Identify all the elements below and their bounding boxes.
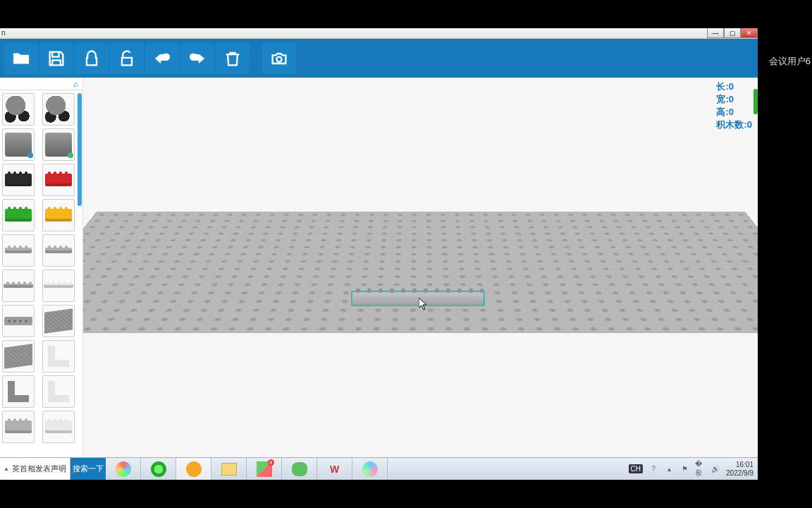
length-value: 0 [729, 81, 734, 92]
taskbar-app-meeting[interactable] [352, 458, 388, 480]
sidebar: ⌕ [0, 78, 83, 480]
camera-button[interactable] [262, 43, 296, 74]
taskbar-app-wechat[interactable] [282, 458, 317, 480]
taskbar-news-text: 英首相发表声明 [12, 464, 66, 474]
taskbar-app-wps[interactable]: W [317, 458, 352, 480]
tray-time: 16:01 [726, 461, 753, 469]
search-icon: ⌕ [73, 79, 78, 89]
robot-thumb [45, 96, 72, 123]
tray-volume-icon[interactable]: 🔊 [710, 464, 720, 474]
folder-icon [221, 463, 237, 476]
palette-item-17[interactable] [42, 375, 75, 408]
taskbar: ▲ 英首相发表声明 搜索一下 8 W CH ? ▴ ⚑ �황 🔊 16:01 2… [0, 457, 758, 480]
palette-search[interactable]: ⌕ [0, 78, 82, 90]
palette-item-19[interactable] [42, 411, 75, 443]
camera-icon [269, 49, 289, 68]
scratch-icon [186, 461, 202, 477]
palette-item-5[interactable] [42, 164, 75, 196]
brick-thumb [5, 174, 32, 186]
taskbar-app-scratch[interactable] [176, 458, 211, 480]
palette-item-13[interactable] [42, 305, 75, 337]
content-area: ⌕ ◂ 长:0 宽:0 高:0 积木数:0 Y [0, 78, 758, 480]
tray-lang[interactable]: CH [629, 464, 643, 473]
taskbar-app-browser2[interactable] [141, 458, 176, 480]
taskbar-app-browser1[interactable] [106, 458, 141, 480]
length-label: 长 [716, 81, 725, 92]
unlock-icon [117, 49, 137, 68]
minimize-button[interactable]: — [707, 28, 724, 38]
palette-item-7[interactable] [42, 199, 75, 231]
close-button[interactable]: ✕ [741, 28, 758, 38]
robot-thumb [5, 96, 32, 123]
palette-item-11[interactable] [42, 270, 75, 302]
selected-brick[interactable] [351, 291, 485, 306]
app-window: n — ▢ ✕ [0, 28, 758, 480]
count-value: 0 [747, 119, 752, 130]
unlock-button[interactable] [110, 43, 144, 74]
taskbar-app-security[interactable]: 8 [247, 458, 282, 480]
palette-item-18[interactable] [2, 411, 35, 443]
L-thumb [48, 346, 69, 367]
baseplate[interactable] [97, 212, 745, 437]
tray-clock[interactable]: 16:01 2022/9/9 [726, 461, 753, 478]
browser2-icon [151, 461, 166, 477]
palette-item-2[interactable] [2, 128, 35, 161]
palette-item-9[interactable] [42, 234, 75, 267]
brick-thumb [44, 284, 73, 288]
title-text: n [1, 29, 6, 37]
L-thumb [48, 381, 69, 402]
tray-date: 2022/9/9 [726, 469, 753, 478]
palette-scrollbar[interactable] [78, 93, 82, 206]
palette-item-8[interactable] [2, 234, 35, 267]
taskbar-app-explorer[interactable] [211, 458, 247, 480]
save-button[interactable] [39, 43, 73, 74]
palette-item-4[interactable] [2, 164, 35, 196]
lock-icon [82, 49, 102, 68]
right-black-panel: 会议用户6 [758, 28, 812, 480]
taskbar-search-text: 搜索一下 [73, 464, 104, 474]
plate-thumb [4, 344, 32, 369]
palette-item-3[interactable] [42, 128, 75, 161]
palette-item-0[interactable] [2, 93, 35, 126]
folder-icon [11, 49, 31, 68]
taskbar-news[interactable]: ▲ 英首相发表声明 [0, 458, 70, 480]
palette-item-16[interactable] [2, 375, 35, 408]
canvas[interactable]: 长:0 宽:0 高:0 积木数:0 Y [83, 78, 758, 480]
undo-button[interactable] [145, 43, 179, 74]
brick-thumb [4, 284, 33, 288]
meeting-user-label: 会议用户6 [769, 55, 811, 68]
tray-flag-icon[interactable]: ⚑ [679, 464, 689, 474]
tray-network-icon[interactable]: �황 [695, 464, 705, 474]
width-label: 宽 [716, 94, 725, 104]
palette-item-15[interactable] [42, 340, 75, 373]
motor-thumb [45, 133, 72, 157]
taskbar-search-button[interactable]: 搜索一下 [70, 458, 106, 480]
maximize-button[interactable]: ▢ [724, 28, 741, 38]
browser-icon [116, 461, 131, 477]
save-icon [47, 49, 66, 68]
tray-caret-icon[interactable]: ▴ [664, 464, 674, 474]
brick-thumb [5, 248, 32, 253]
toolbar [0, 39, 758, 78]
palette [0, 90, 82, 480]
brick-thumb [45, 174, 72, 186]
tech-thumb [4, 317, 32, 325]
redo-icon [187, 49, 207, 68]
brick-thumb [45, 248, 72, 253]
open-button[interactable] [4, 43, 38, 74]
palette-item-12[interactable] [2, 305, 35, 337]
tray-help-icon[interactable]: ? [648, 464, 658, 474]
palette-item-6[interactable] [2, 199, 35, 231]
brick-thumb [5, 209, 32, 222]
palette-item-14[interactable] [2, 340, 35, 373]
system-tray: CH ? ▴ ⚑ �황 🔊 16:01 2022/9/9 [625, 458, 758, 480]
palette-item-10[interactable] [2, 270, 35, 302]
height-value: 0 [729, 107, 734, 117]
delete-button[interactable] [216, 43, 250, 74]
lock-button[interactable] [75, 43, 109, 74]
redo-button[interactable] [180, 43, 214, 74]
brick-thumb [45, 421, 72, 433]
undo-icon [152, 49, 172, 68]
palette-item-1[interactable] [42, 93, 75, 126]
wechat-icon [292, 462, 307, 476]
